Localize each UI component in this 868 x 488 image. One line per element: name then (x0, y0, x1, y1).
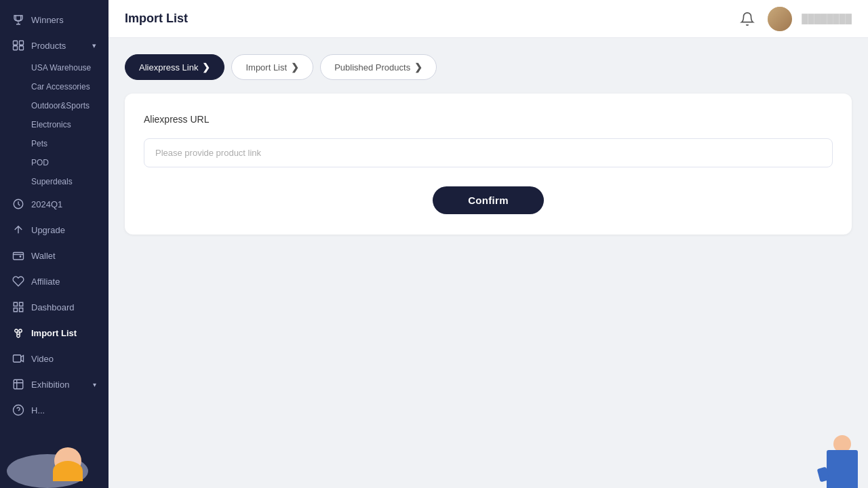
svg-rect-9 (14, 355, 21, 363)
svg-rect-2 (14, 46, 18, 50)
tab-arrow-icon: ❯ (202, 62, 210, 73)
video-icon (12, 352, 24, 365)
products-icon (12, 39, 24, 52)
sidebar-item-products[interactable]: Products ▾ (0, 33, 108, 58)
sidebar-item-label: Products (31, 41, 66, 51)
sidebar-item-dashboard[interactable]: Dashboard (0, 294, 108, 320)
sidebar-item-label: Exhibition (31, 380, 69, 390)
tab-import-list[interactable]: Import List ❯ (231, 54, 313, 80)
sidebar-item-label: Dashboard (31, 302, 75, 312)
svg-rect-5 (14, 253, 24, 260)
trophy-icon (12, 14, 24, 26)
main-area: Import List ████████ Aliexpress Link ❯ I… (108, 0, 868, 488)
import-card: Aliexpress URL Confirm (125, 94, 852, 235)
wallet-icon (12, 249, 24, 262)
tabs-row: Aliexpress Link ❯ Import List ❯ Publishe… (125, 54, 852, 80)
confirm-button[interactable]: Confirm (433, 186, 544, 214)
sidebar-item-label: Affiliate (31, 277, 60, 287)
svg-rect-1 (20, 41, 24, 45)
sidebar-item-label: Wallet (31, 251, 56, 261)
upgrade-icon (12, 224, 24, 236)
sidebar-subitem-pets[interactable]: Pets (0, 134, 108, 153)
sidebar-item-wallet[interactable]: Wallet (0, 243, 108, 268)
url-label: Aliexpress URL (144, 114, 833, 125)
tab-arrow-icon: ❯ (414, 62, 422, 73)
sidebar-item-label: Winners (31, 15, 64, 25)
sidebar-item-label: Video (31, 354, 54, 364)
affiliate-icon (12, 275, 24, 287)
tab-aliexpress-link[interactable]: Aliexpress Link ❯ (125, 54, 224, 80)
avatar[interactable] (768, 7, 792, 31)
sidebar-item-exhibition[interactable]: Exhibition ▾ (0, 371, 108, 397)
sidebar-subitem-superdeals[interactable]: Superdeals (0, 172, 108, 191)
sidebar-item-video[interactable]: Video (0, 346, 108, 371)
help-icon (12, 404, 24, 416)
topbar: Import List ████████ (108, 0, 868, 38)
svg-rect-0 (14, 41, 18, 45)
sidebar-subitem-outdoor-sports[interactable]: Outdoor&Sports (0, 96, 108, 115)
svg-point-6 (15, 329, 18, 333)
svg-point-11 (14, 405, 24, 415)
tab-published-products[interactable]: Published Products ❯ (320, 54, 437, 80)
tab-label: Published Products (334, 62, 410, 73)
tab-label: Import List (245, 62, 287, 73)
confirm-button-wrap: Confirm (144, 186, 833, 214)
sidebar-item-label: H... (31, 405, 45, 415)
sidebar-subitem-electronics[interactable]: Electronics (0, 115, 108, 134)
svg-point-8 (17, 334, 20, 338)
import-icon (12, 327, 24, 339)
badge-icon (12, 198, 24, 210)
svg-rect-10 (14, 380, 23, 389)
topbar-actions: ████████ (736, 7, 852, 31)
dashboard-icon (12, 301, 24, 313)
sidebar: Winners Products ▾ USA Warehouse Car Acc… (0, 0, 108, 488)
sidebar-item-help[interactable]: H... (0, 397, 108, 423)
sidebar-item-affiliate[interactable]: Affiliate (0, 268, 108, 294)
tab-arrow-icon: ❯ (291, 62, 299, 73)
sidebar-subitem-usa-warehouse[interactable]: USA Warehouse (0, 58, 108, 77)
sidebar-subitem-pod[interactable]: POD (0, 153, 108, 172)
content-area: Aliexpress Link ❯ Import List ❯ Publishe… (108, 38, 868, 488)
notification-bell[interactable] (736, 8, 758, 30)
exhibition-icon (12, 378, 24, 390)
tab-label: Aliexpress Link (139, 62, 198, 73)
sidebar-item-label: 2024Q1 (31, 199, 62, 209)
sidebar-item-label: Upgrade (31, 225, 65, 235)
url-input[interactable] (144, 138, 833, 167)
sidebar-item-label: Import List (31, 328, 77, 338)
sidebar-subitem-car-accessories[interactable]: Car Accessories (0, 77, 108, 96)
sidebar-item-winners[interactable]: Winners (0, 7, 108, 33)
svg-rect-3 (20, 46, 24, 50)
sidebar-item-2024q1[interactable]: 2024Q1 (0, 191, 108, 217)
sidebar-item-import-list[interactable]: Import List (0, 320, 108, 346)
username-label: ████████ (802, 14, 852, 24)
svg-point-7 (19, 329, 22, 333)
sidebar-item-upgrade[interactable]: Upgrade (0, 217, 108, 243)
page-title: Import List (125, 12, 188, 26)
